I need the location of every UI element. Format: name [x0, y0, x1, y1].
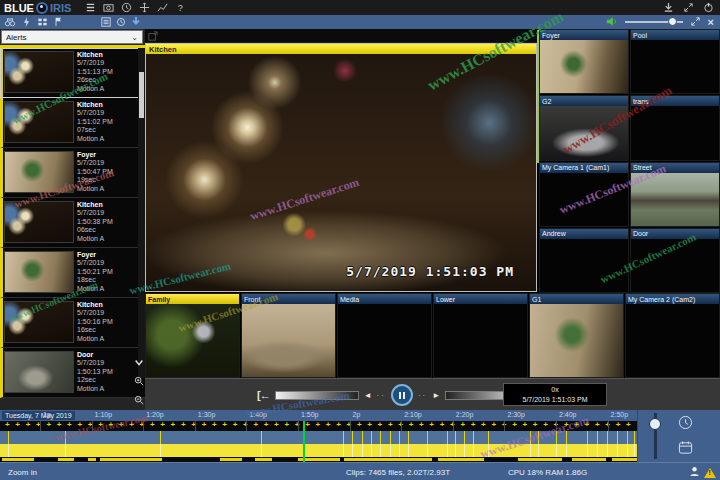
- playback-speed: 0x: [504, 385, 606, 395]
- timeline-event-track[interactable]: [0, 431, 637, 444]
- reverse-speed-slider[interactable]: [275, 391, 359, 400]
- speaker-icon[interactable]: [606, 13, 618, 31]
- history-clock-icon[interactable]: [116, 13, 126, 31]
- camera-tile-media[interactable]: Media: [337, 293, 432, 378]
- flag-icon[interactable]: [54, 13, 63, 31]
- alert-duration: 12sec: [77, 376, 113, 384]
- camera-tile-family[interactable]: Family: [145, 293, 240, 378]
- camera-image: [631, 173, 719, 226]
- camera-tile-trans[interactable]: trans: [630, 95, 720, 160]
- logo-text-iris: IRIS: [50, 2, 71, 14]
- volume-knob[interactable]: [668, 17, 677, 26]
- timeline-tick-row[interactable]: ++++++++++++++++++++++++++++++++++++++++…: [0, 421, 637, 431]
- camera-tile-lower[interactable]: Lower: [433, 293, 528, 378]
- alert-list-item[interactable]: Door 5/7/2019 1:50:13 PM 12sec Motion A: [0, 348, 145, 398]
- alert-trigger: Motion A: [77, 335, 113, 343]
- warning-icon[interactable]: [704, 468, 716, 478]
- pause-button[interactable]: [391, 384, 413, 406]
- stats-graph-icon[interactable]: [157, 2, 168, 13]
- camera-title: Family: [146, 294, 239, 304]
- alert-date: 5/7/2019: [77, 59, 113, 67]
- popout-window-icon[interactable]: [148, 27, 158, 45]
- timeline-clock-icon[interactable]: [678, 415, 693, 434]
- layout-grid-icon[interactable]: [37, 13, 48, 31]
- volume-slider[interactable]: [625, 21, 683, 23]
- log-list-icon[interactable]: [101, 13, 111, 31]
- zoom-out-icon[interactable]: [134, 391, 144, 409]
- timeline-calendar-icon[interactable]: [678, 440, 693, 459]
- main-camera-view[interactable]: Kitchen 5/7/2019 1:51:03 PM: [145, 29, 538, 293]
- camera-tile-door[interactable]: Door: [630, 228, 720, 293]
- camera-timestamp-overlay: 5/7/2019 1:51:03 PM: [346, 264, 514, 279]
- camera-tile-mycamera1[interactable]: My Camera 1 (Cam1): [539, 162, 629, 227]
- timeline-time-label: 1p: [43, 411, 51, 418]
- main-camera-image[interactable]: 5/7/2019 1:51:03 PM: [146, 54, 536, 291]
- alert-date: 5/7/2019: [77, 259, 113, 267]
- close-view-icon[interactable]: ×: [708, 17, 714, 27]
- timeline-panel[interactable]: Tuesday, 7 May 2019 1p1:10p1:20p1:30p1:4…: [0, 410, 720, 462]
- clip-filter-dropdown[interactable]: Alerts ⌄: [1, 30, 143, 44]
- scroll-down-icon[interactable]: [134, 353, 144, 371]
- alert-time: 1:50:16 PM: [77, 318, 113, 326]
- alert-list-item[interactable]: Kitchen 5/7/2019 1:51:02 PM 07sec Motion…: [0, 98, 145, 148]
- alert-duration: 19sec: [77, 176, 113, 184]
- alert-scrollbar[interactable]: [138, 48, 145, 378]
- alert-time: 1:51:02 PM: [77, 118, 113, 126]
- help-icon[interactable]: ?: [175, 2, 186, 13]
- alert-list: Kitchen 5/7/2019 1:51:13 PM 26sec Motion…: [0, 48, 145, 398]
- playback-bar: [← ◄ ·· ·· ► →] 0x 5/7/2019 1:51:03 PM: [145, 378, 720, 411]
- alert-list-item[interactable]: Kitchen 5/7/2019 1:50:16 PM 16sec Motion…: [0, 298, 145, 348]
- timeline-zoom-knob[interactable]: [649, 418, 661, 430]
- alert-list-item[interactable]: Kitchen 5/7/2019 1:50:38 PM 06sec Motion…: [0, 198, 145, 248]
- alert-thumbnail: [4, 101, 74, 143]
- alert-list-item[interactable]: Foyer 5/7/2019 1:50:47 PM 19sec Motion A: [0, 148, 145, 198]
- alert-time: 1:50:47 PM: [77, 168, 113, 176]
- alert-duration: 26sec: [77, 76, 113, 84]
- search-binoculars-icon[interactable]: [4, 13, 16, 31]
- camera-tile-front[interactable]: Front: [241, 293, 336, 378]
- camera-image: [631, 239, 719, 292]
- play-forward-icon[interactable]: ►: [432, 391, 440, 400]
- camera-title: G1: [530, 294, 623, 304]
- schedule-clock-icon[interactable]: [121, 2, 132, 13]
- alert-meta: Foyer 5/7/2019 1:50:21 PM 18sec Motion A: [77, 248, 113, 297]
- play-reverse-icon[interactable]: ◄: [364, 391, 372, 400]
- alert-trigger: Motion A: [77, 185, 113, 193]
- timeline-time-label: 1:50p: [301, 411, 319, 418]
- zoom-hint-label: Zoom in: [8, 468, 37, 477]
- camera-image: [626, 304, 719, 377]
- alert-trigger: Motion A: [77, 385, 113, 393]
- alert-date: 5/7/2019: [77, 109, 113, 117]
- flash-icon[interactable]: [22, 13, 31, 31]
- timeline-time-label: 1:30p: [198, 411, 216, 418]
- alert-camera: Foyer: [77, 251, 113, 259]
- alert-list-item[interactable]: Kitchen 5/7/2019 1:51:13 PM 26sec Motion…: [0, 48, 145, 98]
- camera-tile-foyer[interactable]: Foyer: [539, 29, 629, 94]
- alert-trigger: Motion A: [77, 85, 113, 93]
- download-update-icon[interactable]: [663, 0, 674, 17]
- ptz-icon[interactable]: [139, 2, 150, 13]
- camera-tile-mycamera2[interactable]: My Camera 2 (Cam2): [625, 293, 720, 378]
- camera-tile-pool[interactable]: Pool: [630, 29, 720, 94]
- right-camera-grid: Foyer Pool G2 trans My Camera 1 (Cam1) S…: [539, 29, 720, 293]
- timeline-recording-band[interactable]: [0, 444, 637, 457]
- scrollbar-thumb[interactable]: [139, 72, 144, 118]
- power-icon[interactable]: [703, 0, 714, 17]
- camera-tile-g1[interactable]: G1: [529, 293, 624, 378]
- alert-list-item[interactable]: Foyer 5/7/2019 1:50:21 PM 18sec Motion A: [0, 248, 145, 298]
- jump-start-icon[interactable]: [←: [257, 389, 270, 401]
- clip-list-icon[interactable]: [85, 2, 96, 13]
- timeline-date-label: Tuesday, 7 May 2019: [2, 411, 75, 420]
- camera-tile-andrew[interactable]: Andrew: [539, 228, 629, 293]
- camera-tile-g2[interactable]: G2: [539, 95, 629, 160]
- alert-time: 1:50:38 PM: [77, 218, 113, 226]
- zoom-in-icon[interactable]: [134, 372, 144, 390]
- user-status-icon[interactable]: [689, 466, 700, 479]
- main-camera-title-bar[interactable]: Kitchen: [146, 44, 536, 54]
- camera-tile-street[interactable]: Street: [630, 162, 720, 227]
- camera-image: [434, 304, 527, 377]
- cameras-icon[interactable]: [103, 2, 114, 13]
- fullscreen-icon[interactable]: [683, 0, 694, 17]
- export-download-icon[interactable]: [131, 13, 141, 31]
- timeline-playhead[interactable]: [303, 421, 305, 462]
